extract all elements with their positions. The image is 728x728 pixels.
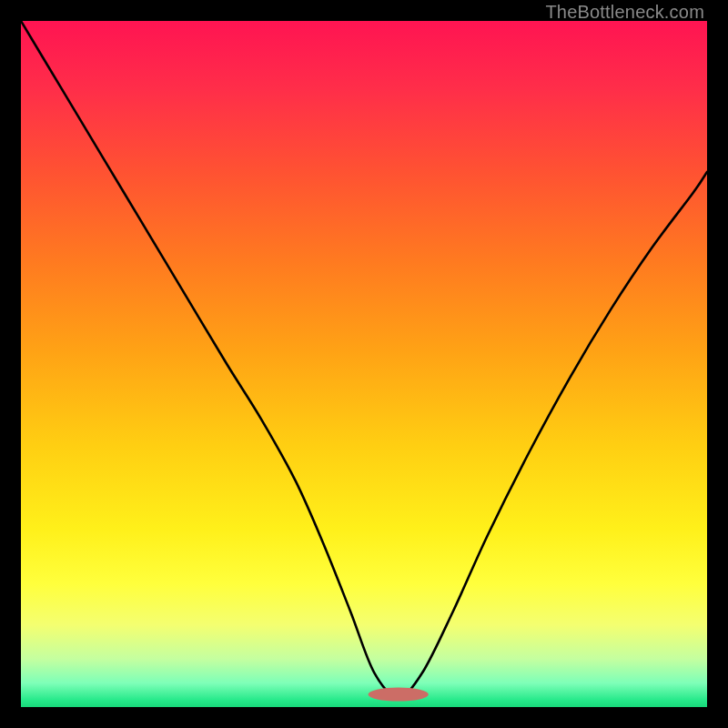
- chart-frame: [21, 21, 707, 707]
- optimal-marker: [369, 688, 429, 702]
- watermark-text: TheBottleneck.com: [545, 2, 704, 23]
- gradient-background: [21, 21, 707, 707]
- bottleneck-chart: [21, 21, 707, 707]
